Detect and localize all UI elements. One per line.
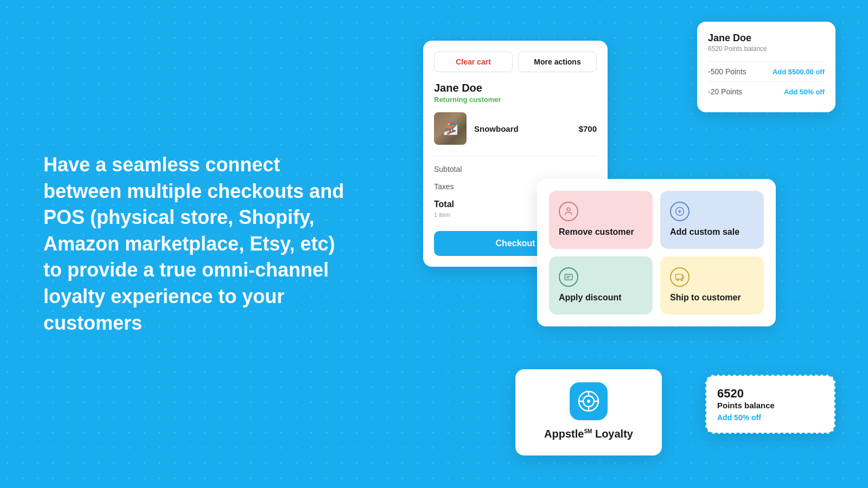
reward-row-1: -500 Points Add $500.00 off bbox=[708, 61, 825, 81]
apply-discount-tile[interactable]: Apply discount bbox=[549, 256, 653, 314]
reward2-points: -20 Points bbox=[708, 87, 742, 96]
ui-preview-section: Jane Doe 6520 Points balance -500 Points… bbox=[423, 22, 835, 466]
loyalty-app-card: AppstleSM Loyalty bbox=[515, 369, 662, 455]
app-name-text: AppstleSM Loyalty bbox=[528, 428, 649, 440]
hero-section: Have a seamless connect between multiple… bbox=[43, 152, 358, 336]
product-image: 🏂 bbox=[434, 112, 467, 145]
add-custom-sale-label: Add custom sale bbox=[670, 227, 754, 238]
reward1-action[interactable]: Add $500.00 off bbox=[773, 68, 825, 76]
ship-to-customer-tile[interactable]: Ship to customer bbox=[660, 256, 764, 314]
loyalty-card-top: Jane Doe 6520 Points balance -500 Points… bbox=[697, 22, 835, 112]
clear-cart-button[interactable]: Clear cart bbox=[434, 52, 513, 72]
subtotal-row: Subtotal bbox=[434, 160, 597, 178]
product-name: Snowboard bbox=[474, 124, 571, 133]
apply-discount-label: Apply discount bbox=[559, 292, 643, 304]
loyalty-points-balance-label: 6520 Points balance bbox=[708, 45, 825, 53]
cart-customer-name: Jane Doe bbox=[434, 82, 597, 94]
remove-customer-label: Remove customer bbox=[559, 227, 643, 238]
points-balance-action[interactable]: Add 50% off bbox=[717, 413, 824, 422]
loyalty-customer-name: Jane Doe bbox=[708, 33, 825, 44]
points-balance-card: 6520 Points balance Add 50% off bbox=[705, 375, 835, 434]
points-balance-label: Points balance bbox=[717, 401, 824, 410]
subtotal-label: Subtotal bbox=[434, 165, 462, 174]
svg-point-12 bbox=[587, 400, 590, 403]
appstle-text: Appstle bbox=[544, 428, 584, 440]
svg-point-9 bbox=[681, 279, 682, 281]
svg-rect-4 bbox=[565, 274, 572, 280]
app-icon bbox=[570, 382, 608, 420]
reward1-points: -500 Points bbox=[708, 67, 746, 76]
points-balance-number: 6520 bbox=[717, 387, 824, 401]
remove-customer-tile[interactable]: Remove customer bbox=[549, 191, 653, 249]
add-custom-sale-tile[interactable]: Add custom sale bbox=[660, 191, 764, 249]
svg-point-0 bbox=[567, 208, 570, 211]
more-actions-button[interactable]: More actions bbox=[518, 52, 597, 72]
reward-row-2: -20 Points Add 50% off bbox=[708, 81, 825, 101]
total-sub-label: 1 item bbox=[434, 211, 450, 218]
product-row: 🏂 Snowboard $700 bbox=[434, 112, 597, 145]
actions-card: Remove customer Add custom sale bbox=[537, 179, 776, 326]
ship-to-customer-icon bbox=[670, 267, 690, 287]
cart-customer-badge: Returning customer bbox=[434, 95, 597, 104]
total-label-wrap: Total 1 item bbox=[434, 200, 454, 219]
ship-to-customer-label: Ship to customer bbox=[670, 292, 754, 304]
svg-point-8 bbox=[677, 279, 679, 281]
loyalty-text: Loyalty bbox=[592, 428, 633, 440]
actions-grid: Remove customer Add custom sale bbox=[549, 191, 764, 314]
cart-header: Clear cart More actions bbox=[434, 52, 597, 72]
taxes-label: Taxes bbox=[434, 182, 454, 191]
apply-discount-icon bbox=[559, 267, 578, 287]
reward2-action[interactable]: Add 50% off bbox=[784, 88, 825, 96]
total-label: Total bbox=[434, 200, 454, 209]
product-price: $700 bbox=[579, 124, 597, 133]
remove-customer-icon bbox=[559, 202, 578, 221]
app-suffix: SM bbox=[584, 428, 592, 434]
svg-rect-7 bbox=[676, 274, 682, 279]
add-custom-sale-icon bbox=[670, 202, 690, 221]
hero-text: Have a seamless connect between multiple… bbox=[43, 152, 358, 336]
